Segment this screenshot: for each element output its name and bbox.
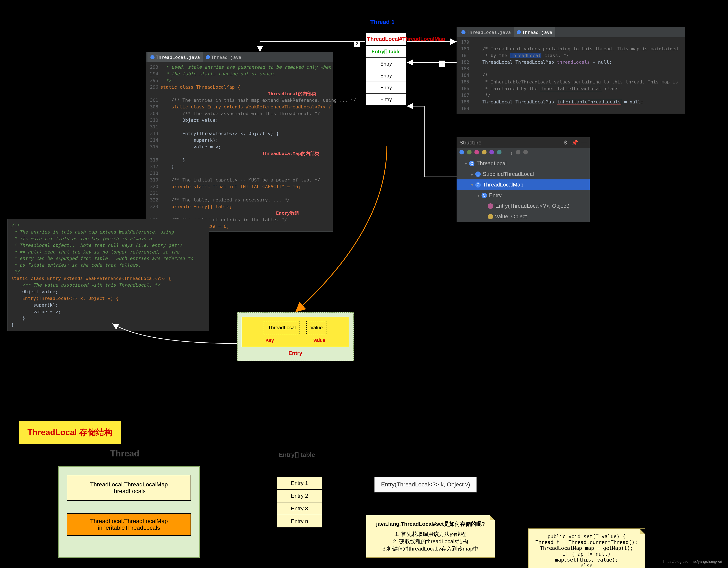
structure-title: Structure	[459, 139, 482, 146]
tab-label: ThreadLocal.java	[156, 55, 200, 60]
ide1-code: 293 * used, stale entries are guaranteed…	[146, 62, 333, 231]
ide2-code: 179180 /* ThreadLocal values pertaining …	[457, 37, 685, 114]
tlm-cell-3: Entry	[366, 94, 406, 105]
tab-label: ThreadLocal.java	[467, 30, 511, 35]
sticky1-line: 1. 首先获取调用该方法的线程	[371, 531, 490, 538]
toolbar-icon[interactable]	[489, 150, 494, 154]
conn-label-1: 1	[439, 60, 445, 67]
thread-heading: Thread	[110, 449, 139, 459]
entry-table-stack: Entry 1 Entry 2 Entry 3 Entry n	[277, 477, 322, 528]
entry-constructor-box: Entry(ThreadLocal<?> k, Object v)	[374, 477, 477, 492]
tab-label: Thread.java	[522, 30, 552, 35]
section-title: ThreadLocal 存储结构	[19, 421, 121, 444]
watermark: https://blog.csdn.net/yangshangwei	[663, 559, 722, 564]
structure-settings-icon[interactable]: ⚙	[563, 139, 568, 146]
entry-row-1: Entry 1	[277, 477, 322, 490]
entry-value-label: Value	[313, 338, 325, 343]
entry-row-3: Entry 3	[277, 502, 322, 515]
ide1-tab-thread[interactable]: Thread.java	[203, 52, 244, 62]
structure-row[interactable]: ▾CEntry	[457, 190, 590, 201]
tlm-sub: Entry[] table	[366, 46, 406, 58]
toolbar-icon[interactable]	[459, 150, 464, 154]
java-icon	[206, 55, 210, 59]
sticky1-title: java.lang.ThreadLocal#set是如何存储的呢?	[371, 520, 490, 528]
toolbar-icon[interactable]	[467, 150, 472, 154]
java-icon	[150, 55, 155, 59]
structure-pin-icon[interactable]: 📌	[571, 139, 578, 146]
tlm-cell-0: Entry	[366, 58, 406, 70]
toolbar-icon[interactable]	[497, 150, 501, 154]
ide1-tabs: ThreadLocal.java Thread.java	[146, 52, 333, 62]
sticky1-line: 3.将键值对threadLocal:v存入到该map中	[371, 545, 490, 552]
java-icon	[461, 30, 466, 34]
toolbar-icon[interactable]	[482, 150, 487, 154]
structure-header: Structure ⚙ 📌 —	[457, 137, 590, 148]
structure-row[interactable]: ▸Entry(ThreadLocal<?>, Object)	[457, 201, 590, 211]
sticky-note-question: java.lang.ThreadLocal#set是如何存储的呢? 1. 首先获…	[366, 515, 495, 558]
structure-row[interactable]: ▸CSuppliedThreadLocal	[457, 169, 590, 179]
threadlocals-field-box: ThreadLocal.ThreadLocalMap threadLocals	[67, 475, 191, 501]
entry-title: Entry	[242, 350, 349, 357]
tlm-cell-2: Entry	[366, 82, 406, 94]
entry-row-2: Entry 2	[277, 490, 322, 502]
conn-label-2: 2	[354, 41, 360, 47]
entry-yellow-box: ThreadLocal Value Key Value	[242, 317, 349, 347]
entry-key-label: Key	[266, 338, 274, 343]
toolbar-icon[interactable]	[516, 150, 520, 154]
structure-row[interactable]: ▾CThreadLocal	[457, 158, 590, 169]
thread-1-label: Thread 1	[370, 19, 395, 25]
structure-row[interactable]: ▾CThreadLocalMap	[457, 179, 590, 190]
entry-code-snippet: /** * The entries in this hash map exten…	[7, 219, 209, 331]
tlm-cell-1: Entry	[366, 70, 406, 82]
ide1-tab-threadlocal[interactable]: ThreadLocal.java	[147, 52, 203, 62]
ide2-tab-thread[interactable]: Thread.java	[514, 27, 555, 37]
inheritable-threadlocals-box: ThreadLocal.ThreadLocalMapinheritableThr…	[67, 513, 191, 536]
entry-key-cell: ThreadLocal	[264, 321, 300, 334]
entry-table-heading: Entry[] table	[279, 451, 315, 458]
structure-toolbar: ↕	[457, 148, 590, 158]
structure-minimize-icon[interactable]: —	[581, 139, 587, 146]
sticky1-line: 2. 获取线程的threadLocals结构	[371, 538, 490, 545]
java-icon	[517, 30, 521, 34]
thread-container: ThreadLocal.ThreadLocalMap threadLocals …	[58, 466, 200, 558]
toolbar-icon[interactable]	[523, 150, 528, 154]
ide-panel-threadlocal: ThreadLocal.java Thread.java 293 * used,…	[146, 52, 333, 232]
ide-panel-thread: ThreadLocal.java Thread.java 179180 /* T…	[457, 27, 685, 114]
tlm-header: ThreadLocal#ThreadLocalMap	[366, 33, 406, 46]
entry-diagram-box: ThreadLocal Value Key Value Entry	[237, 312, 354, 361]
entry-row-n: Entry n	[277, 515, 322, 528]
toolbar-icon[interactable]	[474, 150, 479, 154]
toolbar-sort-icon[interactable]: ↕	[510, 150, 513, 156]
threadlocalmap-box: ThreadLocal#ThreadLocalMap Entry[] table…	[365, 32, 407, 106]
ide2-tabs: ThreadLocal.java Thread.java	[457, 27, 685, 37]
ide2-tab-threadlocal[interactable]: ThreadLocal.java	[458, 27, 514, 37]
structure-row[interactable]: ▸value: Object	[457, 211, 590, 222]
sticky-note-code: public void set(T value) {Thread t = Thr…	[528, 528, 645, 568]
structure-panel: Structure ⚙ 📌 — ↕ ▾CThreadLocal▸CSupplie…	[457, 137, 590, 222]
entry-value-cell: Value	[306, 321, 327, 334]
tab-label: Thread.java	[211, 55, 241, 60]
